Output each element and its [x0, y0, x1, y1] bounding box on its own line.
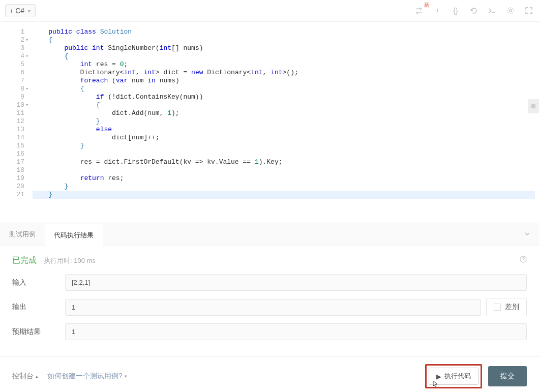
play-icon: ▶	[436, 373, 441, 380]
input-label: 输入	[12, 278, 65, 287]
svg-point-0	[420, 8, 422, 10]
output-label: 输出	[12, 303, 65, 312]
diff-square-icon	[494, 304, 501, 311]
code-content[interactable]: public class Solution { public int Singl…	[28, 22, 539, 223]
collapse-panel-icon[interactable]	[516, 230, 539, 239]
result-runtime: 执行用时: 100 ms	[44, 256, 96, 265]
toolbar-right: i {}	[414, 6, 534, 16]
expected-value: 1	[65, 323, 527, 340]
code-editor[interactable]: 123456789101112131415161718192021 public…	[0, 22, 539, 223]
tab-testcase[interactable]: 测试用例	[0, 224, 45, 245]
cursor-pointer-icon	[432, 380, 439, 390]
info-icon[interactable]: i	[432, 6, 442, 16]
bottom-bar: 控制台 ▴ 如何创建一个测试用例? ▾ ▶ 执行代码 提交	[0, 356, 539, 392]
undo-icon[interactable]	[469, 6, 479, 16]
braces-icon[interactable]: {}	[451, 6, 461, 16]
chevron-down-icon: ▾	[27, 8, 30, 14]
run-button-highlight: ▶ 执行代码	[425, 364, 482, 388]
settings-adjust-icon[interactable]	[414, 6, 424, 16]
top-toolbar: i C# ▾ i {}	[0, 0, 539, 22]
gear-icon[interactable]	[505, 6, 516, 16]
chevron-down-icon: ▾	[125, 374, 127, 379]
expected-label: 预期结果	[12, 327, 65, 337]
svg-rect-3	[531, 104, 535, 108]
output-value: 1	[65, 299, 481, 316]
input-value: [2,2,1]	[65, 274, 527, 291]
how-create-testcase-link[interactable]: 如何创建一个测试用例? ▾	[47, 372, 127, 381]
submit-button[interactable]: 提交	[488, 366, 527, 386]
svg-point-1	[417, 12, 418, 14]
help-icon[interactable]	[520, 256, 527, 264]
result-status: 已完成	[12, 255, 37, 266]
language-prefix-icon: i	[11, 7, 12, 15]
result-tabs: 测试用例 代码执行结果	[0, 223, 539, 246]
fullscreen-icon[interactable]	[524, 6, 534, 16]
result-panel: 已完成 执行用时: 100 ms 输入 [2,2,1] 输出 1 差别 预期结果…	[0, 246, 539, 356]
line-number-gutter: 123456789101112131415161718192021	[0, 22, 28, 223]
side-collapse-tab[interactable]	[528, 99, 539, 113]
svg-point-2	[510, 10, 512, 12]
console-toggle[interactable]: 控制台 ▴	[12, 372, 38, 381]
diff-label: 差别	[505, 303, 519, 312]
chevron-up-icon: ▴	[36, 374, 38, 379]
language-selector[interactable]: i C# ▾	[5, 4, 36, 17]
tab-result[interactable]: 代码执行结果	[45, 224, 103, 246]
language-label: C#	[15, 7, 24, 15]
terminal-icon[interactable]	[487, 6, 497, 16]
diff-button[interactable]: 差别	[486, 298, 527, 316]
